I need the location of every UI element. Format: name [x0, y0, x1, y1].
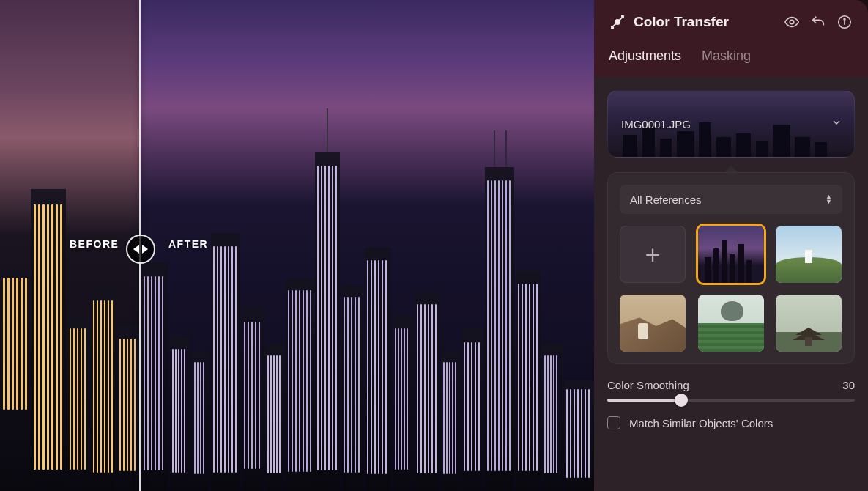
preview-toggle-icon[interactable] [783, 13, 801, 31]
add-reference-button[interactable]: ＋ [620, 226, 686, 283]
preview-area[interactable]: BEFORE AFTER [0, 0, 594, 491]
references-dropdown[interactable]: All References ▲▼ [620, 185, 842, 214]
slider-label: Color Smoothing [607, 379, 689, 391]
info-icon[interactable] [836, 13, 853, 31]
svg-point-4 [844, 18, 845, 20]
compare-handle-icon[interactable] [126, 235, 155, 264]
thumbnail-greenfield[interactable] [698, 295, 764, 352]
panel-title: Color Transfer [634, 14, 729, 30]
updown-icon: ▲▼ [826, 194, 832, 204]
slider-value: 30 [842, 379, 855, 391]
preview-image-content [0, 123, 594, 492]
panel-body: IMG0001.JPG All References ▲▼ ＋ [594, 77, 868, 491]
thumbnail-rocks[interactable] [620, 295, 686, 352]
popover-pointer [724, 165, 738, 172]
checkbox-label: Match Similar Objects' Colors [629, 417, 773, 429]
reference-preview[interactable]: IMG0001.JPG [607, 90, 855, 158]
dropdown-selected: All References [630, 193, 702, 206]
thumbnail-grid: ＋ [620, 226, 842, 352]
thumbnail-hill[interactable] [776, 226, 842, 283]
panel-header: Color Transfer [594, 0, 868, 44]
undo-icon[interactable] [809, 13, 827, 31]
thumbnail-cityscape[interactable] [698, 226, 764, 283]
tab-adjustments[interactable]: Adjustments [609, 48, 681, 64]
color-transfer-icon [609, 13, 626, 31]
thumbnail-pagoda[interactable] [776, 295, 842, 352]
svg-point-1 [790, 20, 794, 24]
before-label: BEFORE [70, 238, 119, 250]
checkbox-box[interactable] [607, 416, 620, 429]
tab-masking[interactable]: Masking [702, 48, 751, 64]
after-label: AFTER [168, 238, 208, 250]
side-panel: Color Transfer Adjustments Masking [594, 0, 868, 491]
match-colors-checkbox[interactable]: Match Similar Objects' Colors [607, 416, 855, 429]
panel-tabs: Adjustments Masking [594, 44, 868, 77]
references-block: All References ▲▼ ＋ [607, 172, 855, 364]
slider-track[interactable] [607, 399, 855, 402]
slider-knob[interactable] [675, 394, 688, 407]
chevron-down-icon[interactable] [831, 117, 842, 131]
plus-icon: ＋ [640, 237, 665, 271]
color-smoothing-slider[interactable]: Color Smoothing 30 [607, 379, 855, 402]
